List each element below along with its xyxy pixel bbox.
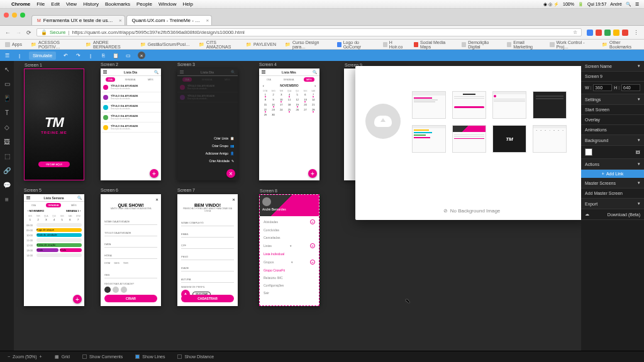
thumbnail[interactable]: TM <box>492 125 526 153</box>
height-input[interactable] <box>621 84 640 91</box>
search-icon[interactable]: 🔍 <box>626 2 631 7</box>
bookmark-item[interactable]: H Hoir.co <box>383 40 405 49</box>
color-swatch[interactable] <box>585 148 592 156</box>
mac-menu-file[interactable]: File <box>36 1 45 7</box>
maximize-window-icon[interactable] <box>20 13 25 18</box>
menu-icon[interactable] <box>103 70 107 74</box>
ext-icon[interactable] <box>596 30 602 36</box>
mac-app-name[interactable]: Chrome <box>11 1 30 7</box>
menu-icon[interactable] <box>262 70 265 74</box>
text-input[interactable] <box>181 220 234 226</box>
text-input[interactable] <box>181 243 234 249</box>
comment-tool-icon[interactable]: 💬 <box>3 182 11 189</box>
screen-name-row[interactable]: Screen Name▾ <box>581 61 644 72</box>
screen-artboard[interactable]: Screen 4 Lista Més🔍 DIASEMANAMÉS ‹NOVEMB… <box>259 69 319 180</box>
image-tool-icon[interactable]: 🖼 <box>4 138 10 145</box>
comments-toggle[interactable]: Show Comments <box>82 354 123 359</box>
fab-close[interactable]: × <box>226 169 235 178</box>
friend-icon[interactable]: 👤 <box>230 151 234 155</box>
screen-artboard[interactable]: Screen 8 André Bernardes Atividades+ Con… <box>259 194 319 306</box>
screen-artboard[interactable]: Screen 7 × BEM VINDO! PREENCHA O FORMULÁ… <box>177 194 238 306</box>
address-input[interactable]: 🔒 Secure | https://quant-ux.com/#/apps/5… <box>36 28 582 36</box>
screen-artboard[interactable]: Screen 3 Lista Dia🔍 DIASEMANAMÉS TÍTULO … <box>177 69 238 180</box>
text-input[interactable] <box>104 219 157 225</box>
text-input[interactable] <box>181 265 234 272</box>
bookmark-item[interactable]: Apps <box>5 42 22 47</box>
mac-menu-edit[interactable]: Edit <box>51 1 60 7</box>
other-bookmarks[interactable]: 📁Other Bookmarks <box>602 40 639 49</box>
bookmark-item[interactable]: Demolição Digital <box>462 40 498 49</box>
bookmark-item[interactable]: Email Marketing <box>507 40 541 49</box>
ext-icon[interactable] <box>622 30 628 36</box>
text-tool-icon[interactable]: T <box>5 109 9 116</box>
pointer-tool-icon[interactable]: ↖ <box>4 66 9 73</box>
mac-menu-people[interactable]: People <box>136 1 152 7</box>
bookmark-item[interactable]: 📁Gestão/Scrum/Posi… <box>140 42 190 47</box>
lines-toggle[interactable]: Show Lines <box>135 354 165 359</box>
browser-tab[interactable]: Quant-UX.com - TreineMe - … × <box>126 15 212 25</box>
text-input[interactable] <box>181 277 234 283</box>
bookmark-item[interactable]: 📁Curso Design para… <box>285 40 328 49</box>
forward-icon[interactable]: → <box>16 30 21 36</box>
mac-menu-view[interactable]: View <box>66 1 77 7</box>
bookmark-item[interactable]: 📁ACESSOS POSITIV… <box>31 40 77 49</box>
star-icon[interactable]: ☆ <box>573 30 577 35</box>
screen-artboard[interactable]: Screen 6 × QUE SHOW! VAMOS CRIAR UMA NOV… <box>101 194 161 306</box>
link-tool-icon[interactable]: 🔗 <box>3 167 11 174</box>
start-button[interactable]: INICIAR AQUI <box>38 162 69 167</box>
close-icon[interactable]: × <box>232 197 235 202</box>
upload-drop-zone[interactable] <box>365 104 401 139</box>
close-icon[interactable]: × <box>155 197 158 202</box>
thumbnail[interactable] <box>412 91 446 119</box>
bookmark-item[interactable]: Social Media Maps <box>414 40 453 49</box>
bookmark-item[interactable]: 📁PAYLEVEN <box>246 42 276 47</box>
mac-clock[interactable]: Qui 19:57 <box>587 2 606 6</box>
ext-icon[interactable] <box>613 30 619 36</box>
paste-icon[interactable]: 📋 <box>113 53 119 58</box>
bookmark-item[interactable]: 📁CITS AMAZONAS <box>199 40 237 49</box>
group-icon[interactable]: 👥 <box>230 144 234 148</box>
screen-tool-icon[interactable]: ▭ <box>4 80 10 87</box>
grid-toggle[interactable]: ▦Grid <box>55 354 70 359</box>
fab-add[interactable]: + <box>308 169 317 178</box>
text-input[interactable] <box>181 231 234 238</box>
activity-icon[interactable]: ✎ <box>231 159 234 163</box>
bookmark-item[interactable]: Logo do GoConqr <box>337 40 374 49</box>
mac-menu-window[interactable]: Window <box>158 1 176 7</box>
close-window-icon[interactable] <box>4 13 9 18</box>
thumbnail[interactable] <box>492 91 526 119</box>
thumbnail[interactable] <box>452 91 486 119</box>
thumbnail[interactable] <box>533 91 567 119</box>
create-button[interactable]: CRIAR <box>104 295 157 302</box>
ext-icon[interactable] <box>587 30 593 36</box>
close-tab-icon[interactable]: × <box>119 18 122 23</box>
redo-icon[interactable]: ↷ <box>75 53 81 58</box>
add-link-button[interactable]: +Add Link <box>581 170 644 178</box>
fab-add[interactable]: + <box>150 169 158 178</box>
zoom-control[interactable]: −Zoom (50%)+ <box>8 354 42 359</box>
thumbnail[interactable] <box>412 125 446 153</box>
menu-icon[interactable] <box>26 196 30 199</box>
ext-icon[interactable] <box>604 30 611 36</box>
bookmark-item[interactable]: 📁ANDRE BERNARDES <box>86 40 131 49</box>
width-input[interactable] <box>593 84 612 91</box>
browser-tab[interactable]: M Ferramenta UX e teste de us… × <box>31 15 125 25</box>
shape-tool-icon[interactable]: ◇ <box>4 124 9 131</box>
chrome-menu-icon[interactable]: ⋮ <box>633 30 639 36</box>
thumbnail[interactable] <box>452 125 486 153</box>
copy-icon[interactable]: ⎘ <box>100 53 106 58</box>
screen-artboard[interactable]: Screen 2 Lista Dia🔍 DIASEMANAMÉS TÍTULO … <box>101 69 161 180</box>
text-input[interactable] <box>181 254 234 260</box>
menu-icon[interactable]: ☰ <box>635 2 639 7</box>
mac-user[interactable]: André <box>610 2 622 6</box>
text-input[interactable] <box>104 230 157 236</box>
distance-toggle[interactable]: Show Distance <box>177 354 214 359</box>
thumbnail[interactable]: 1234567 <box>533 125 567 153</box>
mac-menu-help[interactable]: Help <box>182 1 192 7</box>
battery-icon[interactable]: 100% <box>563 2 574 6</box>
search-icon[interactable]: 🔍 <box>154 70 158 74</box>
component-tool-icon[interactable]: ⬚ <box>4 153 10 160</box>
back-icon[interactable]: ← <box>5 30 11 36</box>
undo-icon[interactable]: ↶ <box>62 53 69 58</box>
wifi-icon[interactable]: ◉ ◎ ⚡ <box>543 2 559 7</box>
